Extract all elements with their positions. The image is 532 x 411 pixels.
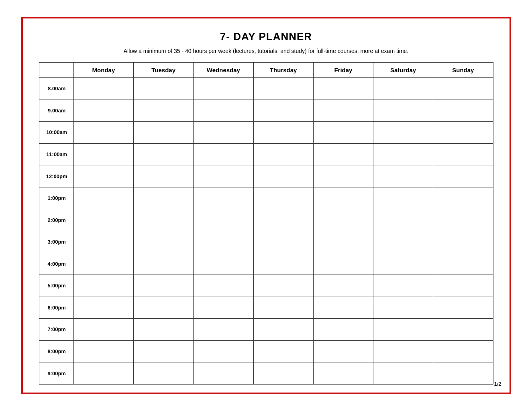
- day-cell[interactable]: [433, 209, 493, 231]
- day-cell[interactable]: [313, 340, 373, 362]
- day-cell[interactable]: [433, 143, 493, 165]
- day-cell[interactable]: [194, 209, 253, 231]
- day-cell[interactable]: [253, 165, 313, 187]
- day-cell[interactable]: [194, 187, 253, 209]
- day-cell[interactable]: [253, 253, 313, 275]
- day-cell[interactable]: [373, 122, 433, 144]
- day-cell[interactable]: [373, 165, 433, 187]
- day-cell[interactable]: [373, 362, 433, 385]
- day-cell[interactable]: [73, 143, 133, 165]
- day-cell[interactable]: [313, 122, 373, 144]
- day-cell[interactable]: [433, 275, 493, 297]
- day-cell[interactable]: [134, 100, 194, 122]
- day-cell[interactable]: [73, 362, 133, 385]
- day-cell[interactable]: [373, 319, 433, 341]
- day-cell[interactable]: [134, 319, 194, 341]
- day-cell[interactable]: [194, 100, 253, 122]
- day-cell[interactable]: [253, 319, 313, 341]
- day-cell[interactable]: [134, 165, 194, 187]
- day-cell[interactable]: [134, 362, 194, 385]
- day-cell[interactable]: [373, 253, 433, 275]
- day-cell[interactable]: [433, 253, 493, 275]
- day-cell[interactable]: [373, 231, 433, 253]
- day-cell[interactable]: [433, 100, 493, 122]
- day-cell[interactable]: [194, 122, 253, 144]
- day-cell[interactable]: [73, 165, 133, 187]
- day-cell[interactable]: [73, 253, 133, 275]
- day-cell[interactable]: [433, 319, 493, 341]
- day-cell[interactable]: [73, 78, 133, 100]
- day-cell[interactable]: [313, 187, 373, 209]
- day-cell[interactable]: [253, 362, 313, 385]
- day-cell[interactable]: [194, 165, 253, 187]
- day-cell[interactable]: [433, 78, 493, 100]
- day-cell[interactable]: [73, 231, 133, 253]
- day-cell[interactable]: [313, 253, 373, 275]
- day-cell[interactable]: [373, 100, 433, 122]
- day-cell[interactable]: [134, 275, 194, 297]
- day-cell[interactable]: [373, 275, 433, 297]
- day-cell[interactable]: [433, 122, 493, 144]
- day-cell[interactable]: [313, 209, 373, 231]
- day-cell[interactable]: [313, 275, 373, 297]
- day-cell[interactable]: [134, 143, 194, 165]
- day-cell[interactable]: [253, 297, 313, 319]
- day-cell[interactable]: [134, 209, 194, 231]
- day-cell[interactable]: [373, 143, 433, 165]
- day-cell[interactable]: [194, 340, 253, 362]
- time-label: 7:00pm: [39, 319, 73, 341]
- day-cell[interactable]: [194, 275, 253, 297]
- day-cell[interactable]: [73, 297, 133, 319]
- day-cell[interactable]: [253, 340, 313, 362]
- table-row: 8.00am: [39, 78, 493, 100]
- day-cell[interactable]: [134, 340, 194, 362]
- day-cell[interactable]: [134, 297, 194, 319]
- day-cell[interactable]: [194, 78, 253, 100]
- day-cell[interactable]: [313, 165, 373, 187]
- day-cell[interactable]: [134, 253, 194, 275]
- day-cell[interactable]: [73, 340, 133, 362]
- day-cell[interactable]: [373, 187, 433, 209]
- day-cell[interactable]: [134, 231, 194, 253]
- day-cell[interactable]: [253, 122, 313, 144]
- day-cell[interactable]: [313, 231, 373, 253]
- day-cell[interactable]: [433, 231, 493, 253]
- day-cell[interactable]: [134, 122, 194, 144]
- day-cell[interactable]: [73, 122, 133, 144]
- day-cell[interactable]: [73, 100, 133, 122]
- day-cell[interactable]: [134, 78, 194, 100]
- day-cell[interactable]: [313, 297, 373, 319]
- day-cell[interactable]: [433, 187, 493, 209]
- day-cell[interactable]: [313, 319, 373, 341]
- day-cell[interactable]: [313, 78, 373, 100]
- day-cell[interactable]: [253, 275, 313, 297]
- day-cell[interactable]: [313, 362, 373, 385]
- day-cell[interactable]: [253, 100, 313, 122]
- day-cell[interactable]: [73, 319, 133, 341]
- day-cell[interactable]: [433, 340, 493, 362]
- day-cell[interactable]: [73, 275, 133, 297]
- day-cell[interactable]: [373, 209, 433, 231]
- day-cell[interactable]: [253, 187, 313, 209]
- day-cell[interactable]: [194, 362, 253, 385]
- day-cell[interactable]: [134, 187, 194, 209]
- day-cell[interactable]: [253, 231, 313, 253]
- day-cell[interactable]: [73, 187, 133, 209]
- day-cell[interactable]: [433, 362, 493, 385]
- day-cell[interactable]: [194, 297, 253, 319]
- day-cell[interactable]: [433, 297, 493, 319]
- day-cell[interactable]: [194, 253, 253, 275]
- day-cell[interactable]: [433, 165, 493, 187]
- day-cell[interactable]: [373, 340, 433, 362]
- day-cell[interactable]: [313, 100, 373, 122]
- day-cell[interactable]: [253, 209, 313, 231]
- day-cell[interactable]: [194, 231, 253, 253]
- day-cell[interactable]: [253, 143, 313, 165]
- day-cell[interactable]: [194, 143, 253, 165]
- day-cell[interactable]: [194, 319, 253, 341]
- day-cell[interactable]: [253, 78, 313, 100]
- day-cell[interactable]: [373, 297, 433, 319]
- day-cell[interactable]: [73, 209, 133, 231]
- day-cell[interactable]: [313, 143, 373, 165]
- day-cell[interactable]: [373, 78, 433, 100]
